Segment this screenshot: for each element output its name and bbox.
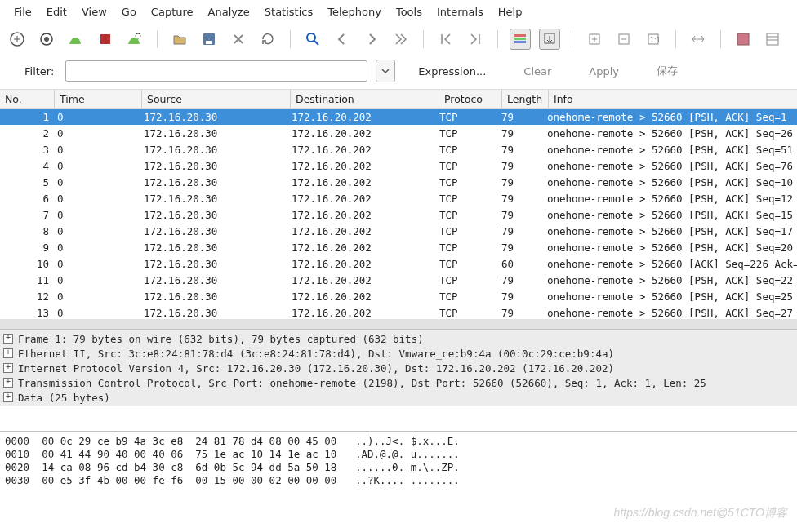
col-info[interactable]: Info — [548, 90, 797, 108]
packet-row[interactable]: 60172.16.20.30172.16.20.202TCP79onehome-… — [0, 190, 797, 206]
expand-icon[interactable]: + — [3, 334, 13, 344]
menu-statistics[interactable]: Statistics — [257, 3, 320, 20]
svg-rect-9 — [514, 38, 526, 40]
packet-row[interactable]: 30172.16.20.30172.16.20.202TCP79onehome-… — [0, 141, 797, 157]
col-destination[interactable]: Destination — [290, 90, 439, 108]
separator — [675, 30, 676, 48]
separator — [423, 30, 424, 48]
toolbar: 1:1 — [0, 24, 797, 55]
detail-line[interactable]: +Transmission Control Protocol, Src Port… — [0, 375, 797, 390]
detail-line[interactable]: +Frame 1: 79 bytes on wire (632 bits), 7… — [0, 331, 797, 346]
col-time[interactable]: Time — [54, 90, 141, 108]
hex-row[interactable]: 0000 00 0c 29 ce b9 4a 3c e8 24 81 78 d4… — [5, 435, 792, 448]
packet-list[interactable]: 10172.16.20.30172.16.20.202TCP79onehome-… — [0, 109, 797, 319]
separator — [720, 30, 721, 48]
display-filters-icon[interactable] — [762, 29, 783, 50]
detail-line[interactable]: +Data (25 bytes) — [0, 390, 797, 405]
stop-capture-icon[interactable] — [95, 29, 116, 50]
clear-button[interactable]: Clear — [509, 65, 566, 78]
svg-point-7 — [307, 33, 315, 42]
zoom-in-icon[interactable] — [584, 29, 605, 50]
menu-go[interactable]: Go — [114, 3, 144, 20]
packet-list-header: No. Time Source Destination Protoco Leng… — [0, 89, 797, 109]
find-icon[interactable] — [302, 29, 323, 50]
svg-rect-8 — [514, 34, 526, 37]
detail-line[interactable]: +Ethernet II, Src: 3c:e8:24:81:78:d4 (3c… — [0, 346, 797, 361]
packet-bytes[interactable]: 0000 00 0c 29 ce b9 4a 3c e8 24 81 78 d4… — [0, 431, 797, 490]
restart-capture-icon[interactable] — [124, 29, 145, 50]
close-file-icon[interactable] — [228, 29, 249, 50]
menubar: FileEditViewGoCaptureAnalyzeStatisticsTe… — [0, 0, 797, 24]
hex-row[interactable]: 0030 00 e5 3f 4b 00 00 fe f6 00 15 00 00… — [5, 474, 792, 487]
col-length[interactable]: Length — [501, 90, 548, 108]
capture-filters-icon[interactable] — [732, 29, 754, 50]
options-icon[interactable] — [36, 29, 57, 50]
scrollbar[interactable] — [0, 319, 797, 329]
save-file-icon[interactable] — [198, 29, 220, 50]
filter-bar: Filter: Expression... Clear Apply 保存 — [0, 55, 797, 89]
colorize-icon[interactable] — [510, 29, 531, 50]
packet-row[interactable]: 20172.16.20.30172.16.20.202TCP79onehome-… — [0, 125, 797, 141]
separator — [157, 30, 158, 48]
go-last-icon[interactable] — [465, 29, 486, 50]
packet-row[interactable]: 40172.16.20.30172.16.20.202TCP79onehome-… — [0, 157, 797, 174]
svg-rect-3 — [100, 34, 110, 44]
packet-row[interactable]: 110172.16.20.30172.16.20.202TCP79onehome… — [0, 272, 797, 288]
menu-capture[interactable]: Capture — [144, 3, 201, 20]
expand-icon[interactable]: + — [3, 392, 13, 402]
packet-row[interactable]: 100172.16.20.30172.16.20.202TCP60onehome… — [0, 255, 797, 272]
zoom-out-icon[interactable] — [613, 29, 634, 50]
menu-analyze[interactable]: Analyze — [201, 3, 257, 20]
expand-icon[interactable]: + — [3, 363, 13, 373]
filter-dropdown[interactable] — [376, 60, 395, 82]
packet-row[interactable]: 130172.16.20.30172.16.20.202TCP79onehome… — [0, 304, 797, 319]
interfaces-icon[interactable] — [7, 29, 28, 50]
expand-icon[interactable]: + — [3, 378, 13, 388]
svg-rect-17 — [767, 33, 778, 45]
svg-rect-6 — [206, 41, 212, 44]
packet-row[interactable]: 120172.16.20.30172.16.20.202TCP79onehome… — [0, 288, 797, 304]
menu-file[interactable]: File — [7, 3, 39, 20]
col-no[interactable]: No. — [0, 90, 54, 108]
expand-icon[interactable]: + — [3, 348, 13, 358]
separator — [290, 30, 291, 48]
menu-telephony[interactable]: Telephony — [320, 3, 389, 20]
filter-label: Filter: — [24, 65, 54, 78]
start-capture-icon[interactable] — [65, 29, 87, 50]
open-file-icon[interactable] — [169, 29, 190, 50]
packet-details[interactable]: +Frame 1: 79 bytes on wire (632 bits), 7… — [0, 329, 797, 406]
expression-button[interactable]: Expression... — [403, 65, 501, 78]
menu-help[interactable]: Help — [491, 3, 530, 20]
menu-view[interactable]: View — [74, 3, 114, 20]
svg-rect-10 — [514, 41, 526, 43]
col-protocol[interactable]: Protoco — [439, 90, 501, 108]
separator — [572, 30, 572, 48]
menu-edit[interactable]: Edit — [39, 3, 74, 20]
detail-line[interactable]: +Internet Protocol Version 4, Src: 172.1… — [0, 361, 797, 375]
go-back-icon[interactable] — [332, 29, 353, 50]
hex-row[interactable]: 0010 00 41 44 90 40 00 40 06 75 1e ac 10… — [5, 448, 792, 461]
resize-columns-icon[interactable] — [688, 29, 709, 50]
col-source[interactable]: Source — [141, 90, 290, 108]
svg-text:1:1: 1:1 — [650, 37, 661, 44]
go-to-icon[interactable] — [390, 29, 412, 50]
packet-row[interactable]: 10172.16.20.30172.16.20.202TCP79onehome-… — [0, 109, 797, 125]
separator — [497, 30, 498, 48]
go-first-icon[interactable] — [435, 29, 456, 50]
menu-tools[interactable]: Tools — [389, 3, 430, 20]
apply-button[interactable]: Apply — [574, 65, 634, 78]
filter-input[interactable] — [65, 60, 367, 82]
svg-point-4 — [136, 33, 140, 38]
packet-row[interactable]: 90172.16.20.30172.16.20.202TCP79onehome-… — [0, 239, 797, 255]
packet-row[interactable]: 50172.16.20.30172.16.20.202TCP79onehome-… — [0, 174, 797, 190]
zoom-reset-icon[interactable]: 1:1 — [643, 29, 664, 50]
menu-internals[interactable]: Internals — [430, 3, 491, 20]
save-button[interactable]: 保存 — [642, 64, 692, 78]
reload-icon[interactable] — [257, 29, 278, 50]
packet-row[interactable]: 70172.16.20.30172.16.20.202TCP79onehome-… — [0, 206, 797, 223]
hex-row[interactable]: 0020 14 ca 08 96 cd b4 30 c8 6d 0b 5c 94… — [5, 461, 792, 474]
packet-row[interactable]: 80172.16.20.30172.16.20.202TCP79onehome-… — [0, 223, 797, 239]
svg-point-2 — [44, 37, 49, 42]
go-forward-icon[interactable] — [361, 29, 382, 50]
autoscroll-icon[interactable] — [539, 29, 560, 50]
